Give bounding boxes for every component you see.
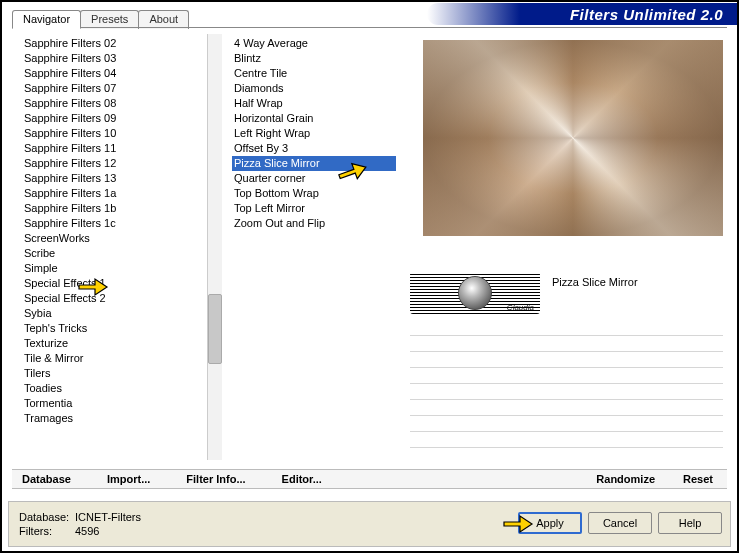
category-item[interactable]: Sapphire Filters 1b <box>24 201 207 216</box>
filter-info-button[interactable]: Filter Info... <box>186 473 245 485</box>
plugin-logo: Claudia <box>410 272 540 314</box>
category-item[interactable]: Sapphire Filters 02 <box>24 36 207 51</box>
db-label: Database: <box>19 510 75 524</box>
filter-list[interactable]: 4 Way AverageBlintzCentre TileDiamondsHa… <box>226 34 396 460</box>
filter-item[interactable]: Left Right Wrap <box>232 126 396 141</box>
category-item[interactable]: Sapphire Filters 08 <box>24 96 207 111</box>
filter-item[interactable]: Top Left Mirror <box>232 201 396 216</box>
filter-item[interactable]: Offset By 3 <box>232 141 396 156</box>
app-title: Filters Unlimited 2.0 <box>570 6 723 23</box>
filter-item[interactable]: Top Bottom Wrap <box>232 186 396 201</box>
selected-filter-name: Pizza Slice Mirror <box>552 276 638 288</box>
category-item[interactable]: Special Effects 1 <box>24 276 207 291</box>
main-panel: Sapphire Filters 02Sapphire Filters 03Sa… <box>16 34 723 491</box>
filter-item[interactable]: Blintz <box>232 51 396 66</box>
cancel-button[interactable]: Cancel <box>588 512 652 534</box>
randomize-button[interactable]: Randomize <box>596 473 655 485</box>
category-item[interactable]: Tormentia <box>24 396 207 411</box>
category-item[interactable]: Texturize <box>24 336 207 351</box>
filter-item[interactable]: Diamonds <box>232 81 396 96</box>
param-row <box>410 400 723 416</box>
filter-item[interactable]: 4 Way Average <box>232 36 396 51</box>
category-item[interactable]: Sapphire Filters 13 <box>24 171 207 186</box>
apply-button[interactable]: Apply <box>518 512 582 534</box>
import-button[interactable]: Import... <box>107 473 150 485</box>
reset-button[interactable]: Reset <box>683 473 713 485</box>
category-item[interactable]: Tile & Mirror <box>24 351 207 366</box>
title-bar: Filters Unlimited 2.0 <box>427 3 737 25</box>
param-row <box>410 336 723 352</box>
category-item[interactable]: Scribe <box>24 246 207 261</box>
category-item[interactable]: Sybia <box>24 306 207 321</box>
category-item[interactable]: Sapphire Filters 1a <box>24 186 207 201</box>
tab-underline <box>12 27 727 28</box>
filter-item[interactable]: Quarter corner <box>232 171 396 186</box>
param-row <box>410 352 723 368</box>
scrollbar-thumb[interactable] <box>208 294 222 364</box>
filters-count-label: Filters: <box>19 524 75 538</box>
category-item[interactable]: Sapphire Filters 11 <box>24 141 207 156</box>
status-info: Database:ICNET-Filters Filters:4596 <box>9 506 151 542</box>
dialog-buttons: Apply Cancel Help <box>518 512 722 534</box>
category-item[interactable]: ScreenWorks <box>24 231 207 246</box>
filters-count-value: 4596 <box>75 525 99 537</box>
category-item[interactable]: Teph's Tricks <box>24 321 207 336</box>
parameter-area <box>410 320 723 448</box>
preview-content <box>423 40 723 236</box>
category-item[interactable]: Tramages <box>24 411 207 426</box>
status-bar: Database:ICNET-Filters Filters:4596 Appl… <box>8 501 731 547</box>
category-item[interactable]: Toadies <box>24 381 207 396</box>
logo-label: Claudia <box>507 303 534 312</box>
param-row <box>410 368 723 384</box>
category-item[interactable]: Sapphire Filters 12 <box>24 156 207 171</box>
category-item[interactable]: Sapphire Filters 03 <box>24 51 207 66</box>
db-value: ICNET-Filters <box>75 511 141 523</box>
filters-unlimited-window: Filters Unlimited 2.0 Navigator Presets … <box>0 0 739 553</box>
editor-button[interactable]: Editor... <box>282 473 322 485</box>
category-scrollbar[interactable] <box>208 34 222 460</box>
database-button[interactable]: Database <box>22 473 71 485</box>
filter-item[interactable]: Half Wrap <box>232 96 396 111</box>
category-item[interactable]: Sapphire Filters 07 <box>24 81 207 96</box>
param-row <box>410 416 723 432</box>
globe-icon <box>458 276 492 310</box>
filter-item[interactable]: Horizontal Grain <box>232 111 396 126</box>
category-list[interactable]: Sapphire Filters 02Sapphire Filters 03Sa… <box>16 34 208 460</box>
param-row <box>410 384 723 400</box>
category-item[interactable]: Sapphire Filters 09 <box>24 111 207 126</box>
category-item[interactable]: Special Effects 2 <box>24 291 207 306</box>
action-toolbar: Database Import... Filter Info... Editor… <box>12 469 727 489</box>
category-item[interactable]: Simple <box>24 261 207 276</box>
preview-image <box>423 40 723 236</box>
category-item[interactable]: Tilers <box>24 366 207 381</box>
filter-item[interactable]: Pizza Slice Mirror <box>232 156 396 171</box>
category-item[interactable]: Sapphire Filters 10 <box>24 126 207 141</box>
help-button[interactable]: Help <box>658 512 722 534</box>
category-item[interactable]: Sapphire Filters 04 <box>24 66 207 81</box>
param-row <box>410 320 723 336</box>
tab-navigator[interactable]: Navigator <box>12 10 81 29</box>
filter-item[interactable]: Centre Tile <box>232 66 396 81</box>
filter-item[interactable]: Zoom Out and Flip <box>232 216 396 231</box>
category-item[interactable]: Sapphire Filters 1c <box>24 216 207 231</box>
param-row <box>410 432 723 448</box>
